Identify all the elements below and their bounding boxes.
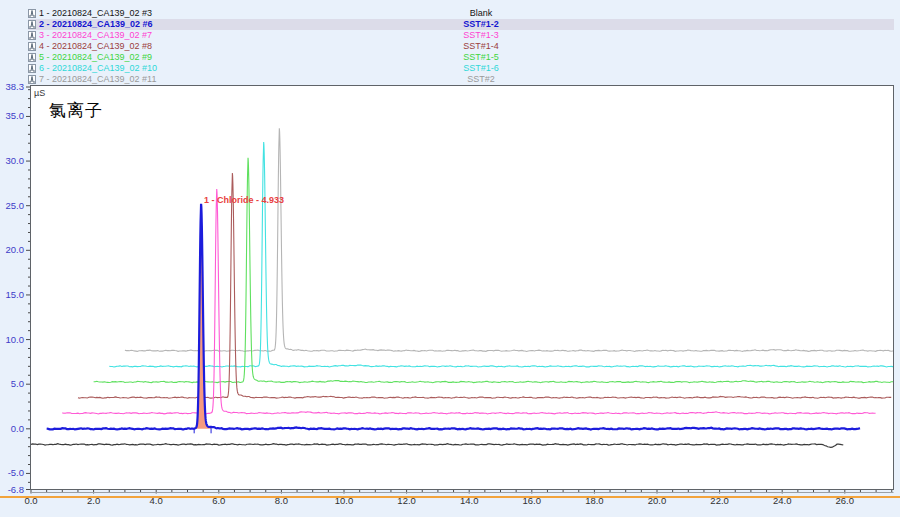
signal-label: 6 - 20210824_CA139_02 #10 (39, 63, 157, 74)
chart-title: 氯离子 (49, 99, 103, 122)
y-tick-label: 10.0 (6, 334, 25, 345)
legend-row[interactable]: 6 - 20210824_CA139_02 #10SST#1-6 (28, 63, 894, 74)
signal-label: 3 - 20210824_CA139_02 #7 (39, 30, 152, 41)
chromatogram-icon (28, 64, 36, 73)
y-tick-label: 0.0 (11, 423, 24, 434)
chromatogram-icon (28, 75, 36, 84)
chromatogram-icon (28, 53, 36, 62)
chromatogram-icon (28, 31, 36, 40)
y-tick-label: 15.0 (6, 289, 25, 300)
sample-name: SST#1-3 (428, 30, 534, 41)
chromatogram-window: 0.02.04.06.08.010.012.014.016.018.020.02… (0, 0, 900, 517)
signal-label: 2 - 20210824_CA139_02 #6 (39, 19, 153, 30)
bottom-rule (0, 496, 900, 498)
chromatogram-icon (28, 42, 36, 51)
legend-row[interactable]: 1 - 20210824_CA139_02 #3Blank (28, 8, 894, 19)
peak-annotation: 1 - Chloride - 4.933 (204, 195, 284, 205)
y-tick-label: 25.0 (6, 200, 25, 211)
signal-label: 4 - 20210824_CA139_02 #8 (39, 41, 152, 52)
sample-name: SST#1-5 (428, 52, 534, 63)
sample-name: SST#2 (428, 74, 534, 85)
sample-name: SST#1-2 (428, 19, 534, 30)
legend-row[interactable]: 3 - 20210824_CA139_02 #7SST#1-3 (28, 30, 894, 41)
legend-row[interactable]: 5 - 20210824_CA139_02 #9SST#1-5 (28, 52, 894, 63)
legend-row[interactable]: 7 - 20210824_CA139_02 #11SST#2 (28, 74, 894, 85)
chromatogram-icon (28, 20, 36, 29)
legend-row[interactable]: 2 - 20210824_CA139_02 #6SST#1-2 (28, 19, 894, 30)
chromatogram-icon (28, 9, 36, 18)
legend-panel: 1 - 20210824_CA139_02 #3Blank2 - 2021082… (0, 0, 900, 85)
signal-label: 5 - 20210824_CA139_02 #9 (39, 52, 152, 63)
sample-name: Blank (428, 8, 534, 19)
sample-name: SST#1-6 (428, 63, 534, 74)
y-tick-label: 30.0 (6, 155, 25, 166)
signal-label: 7 - 20210824_CA139_02 #11 (39, 74, 156, 85)
y-tick-label: 35.0 (6, 110, 25, 121)
y-tick-label: -6.8 (8, 484, 24, 495)
signal-label: 1 - 20210824_CA139_02 #3 (39, 8, 152, 19)
y-tick-label: -5.0 (8, 467, 24, 478)
legend-row[interactable]: 4 - 20210824_CA139_02 #8SST#1-4 (28, 41, 894, 52)
y-axis-unit: µS (34, 88, 45, 98)
y-tick-label: 20.0 (6, 244, 25, 255)
y-tick-label: 5.0 (11, 378, 24, 389)
sample-name: SST#1-4 (428, 41, 534, 52)
